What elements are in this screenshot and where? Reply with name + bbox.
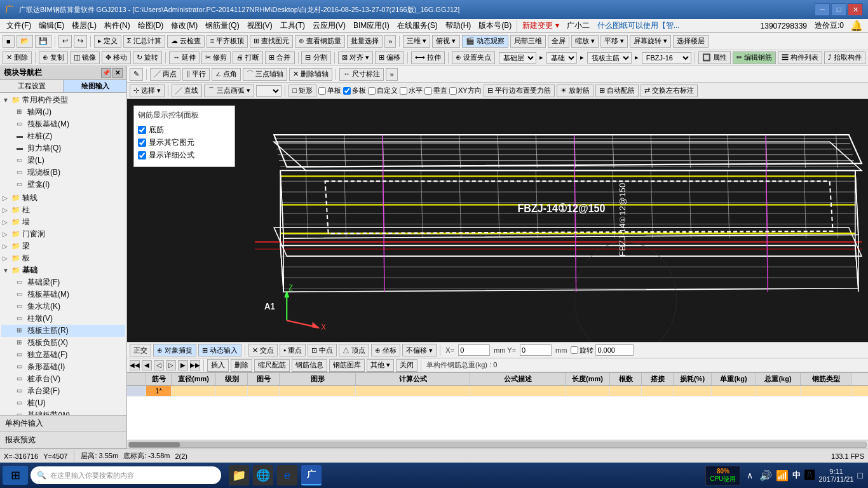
tb-parallel-dist[interactable]: ⊟ 平行边布置受力筋 [484, 85, 555, 97]
tree-slab[interactable]: ▷ 📁 板 [1, 252, 125, 264]
tb-dynamic-input[interactable]: ⊞ 动态输入 [198, 344, 241, 356]
canvas-area[interactable]: 钢筋显示控制面板 底筋 显示其它图元 显示详细公式 [127, 99, 868, 342]
tb-delete[interactable]: ✕ 删除 [3, 51, 32, 64]
tb-sum[interactable]: Σ 汇总计算 [123, 35, 165, 48]
taskbar-clock[interactable]: 9:11 2017/11/21 [818, 468, 853, 483]
cell-count[interactable] [610, 386, 642, 396]
cell-loss[interactable] [674, 386, 712, 396]
tb-line[interactable]: ╱ 直线 [172, 85, 202, 97]
tb-rect[interactable]: □ 矩形 [288, 85, 316, 97]
tb-find-elem[interactable]: ⊞ 查找图元 [250, 35, 293, 48]
nav-close-btn2[interactable]: 关闭 [396, 359, 417, 372]
tb-trim[interactable]: ✂ 修剪 [201, 51, 231, 64]
nav-prev-more-btn[interactable]: ◀ [142, 360, 152, 370]
table-row[interactable]: 1* [127, 386, 868, 396]
cb-multi-board-input[interactable] [343, 87, 351, 95]
taskbar-notification-icon[interactable]: □ [858, 470, 863, 480]
nav-next-more-btn[interactable]: ▶ [178, 360, 188, 370]
tb-select-floor[interactable]: 选择楼层 [673, 35, 709, 48]
menu-cost-bean[interactable]: 造价豆:0 [811, 19, 848, 32]
taskbar-gjs[interactable]: 广 [301, 465, 322, 485]
tb-dynamic-obs[interactable]: 🎬 动态观察 [462, 35, 508, 48]
maximize-button[interactable]: □ [831, 3, 846, 16]
menu-help-tip[interactable]: 什么图纸可以使用【智... [593, 19, 684, 32]
tb-local-3d[interactable]: 局部三维 [510, 35, 546, 48]
menu-member[interactable]: 构件(N) [100, 19, 134, 32]
tb-draw-icon[interactable]: ✎ [130, 68, 143, 81]
tree-axis[interactable]: ▷ 📁 轴线 [1, 192, 125, 204]
tb-exchange-lr[interactable]: ⇄ 交换左右标注 [641, 85, 698, 97]
rebar-type-select[interactable]: 筏板主筋 [587, 52, 632, 64]
tb-radial[interactable]: ☀ 放射筋 [557, 85, 593, 97]
nav-close-btn[interactable]: ✕ [112, 68, 123, 78]
nav-resize-btn[interactable]: 缩尺配筋 [254, 359, 290, 372]
tree-wall[interactable]: ▷ 📁 墙 [1, 216, 125, 228]
tb-more-draw[interactable]: » [386, 68, 397, 81]
tree-item-sump[interactable]: ▭集水坑(K) [1, 301, 125, 313]
tb-print[interactable]: 🖨 打断 [233, 51, 263, 64]
tb-parallel[interactable]: ∥ 平行 [182, 68, 210, 81]
tb-open[interactable]: 📂 [17, 35, 33, 48]
tb-three-point-aux[interactable]: ⌒ 三点辅轴 [243, 68, 287, 81]
tree-item-cast-slab[interactable]: ▭现浇板(B) [1, 166, 125, 179]
nav-link-draw[interactable]: 绘图输入 [64, 80, 126, 92]
cb-xy-dir-input[interactable] [449, 87, 457, 95]
tb-define[interactable]: ▸ 定义 [94, 35, 121, 48]
tb-batch-select[interactable]: 批量选择 [347, 35, 383, 48]
cb-horizontal[interactable]: 水平 [400, 86, 423, 95]
nav-first-btn[interactable]: ◀◀ [130, 360, 140, 370]
tb-top-view[interactable]: 俯视 ▾ [432, 35, 459, 48]
rotate-check[interactable]: 旋转 [571, 346, 593, 355]
tb-property[interactable]: 🔲 属性 [698, 51, 731, 64]
single-member-input-btn[interactable]: 单构件输入 [0, 416, 126, 432]
cb-vertical-input[interactable] [424, 87, 432, 95]
menu-view[interactable]: 视图(V) [243, 19, 276, 32]
menu-tools[interactable]: 工具(T) [276, 19, 309, 32]
tb-offset[interactable]: ⊞ 偏移 [375, 51, 404, 64]
h-scrollbar-track[interactable] [128, 442, 867, 448]
tb-arc[interactable]: ⌒ 三点画弧 ▾ [204, 85, 254, 97]
tb-split[interactable]: ⊟ 分割 [301, 51, 330, 64]
cell-formula[interactable] [356, 386, 470, 396]
tree-opening[interactable]: ▷ 📁 门窗洞 [1, 228, 125, 240]
cell-formula-desc[interactable] [470, 386, 566, 396]
report-preview-btn[interactable]: 报表预览 [0, 432, 126, 449]
rebar-code-select[interactable]: FBZJ-16 [642, 52, 691, 64]
h-scrollbar-thumb[interactable] [129, 442, 180, 447]
cb-multi-board[interactable]: 多板 [343, 86, 366, 95]
tb-edit-rebar[interactable]: ✏ 编辑钢筋 [733, 51, 776, 64]
nav-prev-btn[interactable]: ◁ [154, 360, 164, 370]
cb-horizontal-input[interactable] [400, 87, 407, 95]
tree-item-raft-found[interactable]: ▭筏板基础(M) [1, 288, 125, 301]
tb-pickup[interactable]: ⤴ 抬取构件 [824, 51, 865, 64]
nav-link-settings[interactable]: 工程设置 [0, 80, 64, 92]
nav-rebar-info-btn[interactable]: 钢筋信息 [292, 359, 327, 372]
tree-beam[interactable]: ▷ 📁 梁 [1, 240, 125, 252]
cb-single-board-input[interactable] [318, 87, 326, 95]
tb-merge[interactable]: ⊞ 合并 [265, 51, 294, 64]
menu-phone[interactable]: 13907298339 [757, 20, 811, 32]
cell-rebar-type[interactable] [801, 386, 851, 396]
tb-copy[interactable]: ⊕ 复制 [39, 51, 68, 64]
tree-item-shear-wall[interactable]: ▬剪力墙(Q) [1, 142, 125, 154]
menu-modify[interactable]: 修改(M) [167, 19, 201, 32]
layer-select[interactable]: 基础层 [499, 52, 536, 64]
tb-extend[interactable]: ↔ 延伸 [169, 51, 200, 64]
tree-item-strip[interactable]: ▭条形基础(I) [1, 361, 125, 373]
menu-bim[interactable]: BIM应用(I) [349, 19, 393, 32]
menu-new-change[interactable]: 新建变更 ▾ [519, 19, 562, 32]
taskbar-search[interactable]: 🔍 在这里输入你要搜索的内容 [31, 466, 221, 484]
tb-more1[interactable]: » [384, 35, 396, 48]
tb-save[interactable]: 💾 [35, 35, 51, 48]
tb-redo[interactable]: ↪ [74, 35, 87, 48]
cell-unit-weight[interactable] [712, 386, 756, 396]
menu-online[interactable]: 在线服务(S) [393, 19, 442, 32]
tb-set-vertex[interactable]: ⊕ 设置夹点 [452, 51, 495, 64]
tb-pull[interactable]: ⟷ 拉伸 [411, 51, 445, 64]
tree-item-found-beam[interactable]: ▭基础梁(F) [1, 276, 125, 288]
tree-item-cap-beam[interactable]: ▭承台梁(F) [1, 385, 125, 397]
taskbar-lang[interactable]: 中 [792, 470, 801, 481]
tree-item-raft-main[interactable]: ⊞筏板主筋(R) [1, 325, 125, 337]
close-button[interactable]: ✕ [848, 3, 863, 16]
tb-rotate[interactable]: ↻ 旋转 [133, 51, 162, 64]
